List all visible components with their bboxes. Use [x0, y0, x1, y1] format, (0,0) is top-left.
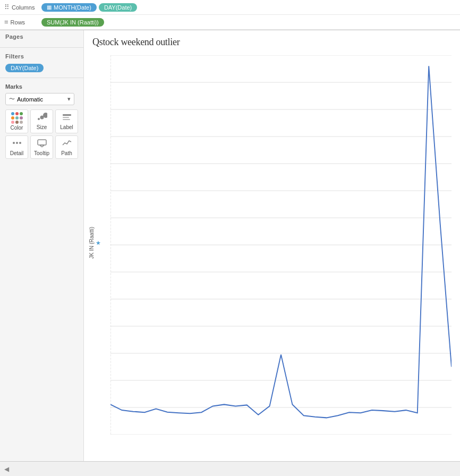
- columns-shelf: ⠿ Columns ▦ MONTH(Date) DAY(Date): [0, 0, 460, 15]
- day-date-pill[interactable]: DAY(Date): [99, 3, 137, 12]
- calendar-icon: ▦: [47, 4, 52, 10]
- main-area: Pages Filters DAY(Date) Marks 〜 Automati…: [0, 30, 460, 461]
- month-date-pill[interactable]: ▦ MONTH(Date): [41, 3, 97, 12]
- chart-wrapper: JK IN (Raatti) ★: [84, 51, 460, 461]
- chart-area: Qstock weekend outlier JK IN (Raatti) ★: [84, 30, 460, 461]
- path-mark-label: Path: [61, 150, 72, 156]
- svg-marker-10: [40, 145, 44, 147]
- detail-mark-label: Detail: [10, 150, 24, 156]
- rows-shelf: ≡ Rows SUM(JK IN (Raatti)): [0, 15, 460, 30]
- svg-rect-3: [63, 114, 71, 116]
- label-mark-icon: [62, 113, 72, 123]
- chevron-down-icon: ▾: [67, 96, 71, 103]
- path-mark-icon: [62, 139, 72, 149]
- y-axis-label: JK IN (Raatti): [89, 227, 95, 259]
- size-mark-icon: [37, 113, 47, 123]
- marks-color-button[interactable]: Color: [5, 109, 28, 133]
- sum-jk-pill[interactable]: SUM(JK IN (Raatti)): [41, 18, 104, 27]
- marks-tooltip-button[interactable]: Tooltip: [30, 135, 53, 159]
- marks-section: Marks 〜 Automatic ▾: [0, 80, 83, 162]
- day-date-filter-pill[interactable]: DAY(Date): [5, 64, 44, 72]
- svg-point-7: [16, 142, 18, 144]
- svg-point-8: [19, 142, 21, 144]
- tooltip-mark-label: Tooltip: [34, 150, 49, 156]
- marks-size-button[interactable]: Size: [30, 109, 53, 133]
- rows-label: ≡ Rows: [4, 18, 41, 26]
- size-mark-label: Size: [37, 124, 47, 130]
- columns-icon: ⠿: [4, 3, 10, 11]
- scroll-left-arrow[interactable]: ◀: [4, 465, 9, 473]
- marks-grid: Color Size: [5, 109, 78, 159]
- rows-pills: SUM(JK IN (Raatti)): [41, 18, 104, 27]
- marks-detail-button[interactable]: Detail: [5, 135, 28, 159]
- star-icon: ★: [96, 240, 101, 246]
- marks-type-dropdown[interactable]: 〜 Automatic ▾: [5, 93, 74, 105]
- detail-mark-icon: [12, 139, 22, 149]
- pages-title: Pages: [5, 33, 78, 40]
- rows-icon: ≡: [4, 18, 8, 26]
- top-bar: ⠿ Columns ▦ MONTH(Date) DAY(Date) ≡ Rows…: [0, 0, 460, 30]
- color-mark-icon: [11, 112, 23, 124]
- columns-label: ⠿ Columns: [4, 3, 41, 11]
- pages-section: Pages: [0, 30, 83, 45]
- svg-rect-4: [63, 117, 69, 118]
- svg-point-0: [38, 118, 40, 120]
- bottom-bar: ◀: [0, 461, 460, 476]
- sidebar: Pages Filters DAY(Date) Marks 〜 Automati…: [0, 30, 84, 461]
- marks-title: Marks: [5, 83, 78, 90]
- columns-pills: ▦ MONTH(Date) DAY(Date): [41, 3, 137, 12]
- svg-rect-5: [63, 119, 70, 120]
- marks-label-button[interactable]: Label: [55, 109, 78, 133]
- filters-title: Filters: [5, 53, 78, 60]
- chart-title: Qstock weekend outlier: [84, 30, 460, 51]
- tooltip-mark-icon: [37, 139, 47, 149]
- chart-svg: 0K 1K 2K 3K 4K 5K 6K 7K 8K 9K 10K 11K 12…: [110, 55, 452, 435]
- color-mark-label: Color: [11, 125, 23, 131]
- marks-path-button[interactable]: Path: [55, 135, 78, 159]
- label-mark-label: Label: [60, 124, 73, 130]
- filters-section: Filters DAY(Date): [0, 50, 83, 75]
- svg-rect-9: [38, 140, 46, 145]
- svg-point-6: [13, 142, 15, 144]
- data-line: [110, 66, 452, 418]
- wave-icon: 〜: [9, 95, 15, 103]
